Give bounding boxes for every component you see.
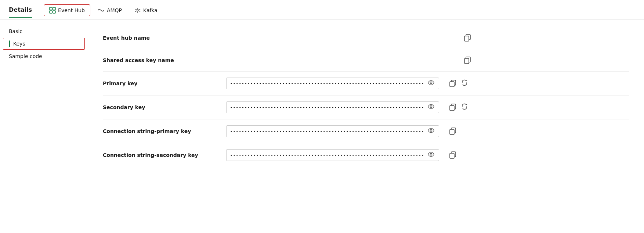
copy-icon-eventhubname	[464, 34, 471, 42]
copy-icon-connprimary	[449, 128, 456, 135]
field-row-secondarykey: Secondary key ••••••••••••••••••••••••••…	[103, 96, 629, 119]
eye-icon-connprimary	[428, 128, 434, 133]
svg-point-18	[430, 106, 432, 108]
field-label-sharedaccesskeyname: Shared access key name	[103, 57, 220, 63]
svg-point-15	[430, 82, 432, 84]
svg-point-21	[430, 130, 432, 132]
masked-input-primarykey: ••••••••••••••••••••••••••••••••••••••••…	[226, 78, 439, 89]
tab-eventhub-label: Event Hub	[58, 7, 85, 13]
masked-dots-secondarykey: ••••••••••••••••••••••••••••••••••••••••…	[230, 105, 424, 110]
svg-rect-20	[450, 105, 454, 111]
copy-button-primarykey[interactable]	[448, 78, 457, 89]
svg-rect-23	[450, 129, 454, 135]
eye-icon-connsecondary	[428, 152, 434, 157]
main-content: Basic Keys Sample code Event hub name	[0, 19, 644, 233]
field-actions-connprimary	[448, 126, 457, 136]
field-label-eventhubname: Event hub name	[103, 35, 220, 41]
field-label-primarykey: Primary key	[103, 80, 220, 86]
eye-button-connprimary[interactable]	[427, 128, 435, 135]
page-title: Details	[9, 6, 32, 18]
field-actions-primarykey	[448, 78, 469, 89]
svg-rect-14	[464, 58, 469, 64]
sidebar: Basic Keys Sample code	[0, 19, 88, 233]
copy-button-eventhubname[interactable]	[463, 33, 472, 43]
field-row-eventhubname: Event hub name	[103, 27, 629, 49]
masked-dots-connprimary: ••••••••••••••••••••••••••••••••••••••••…	[230, 129, 424, 133]
tab-kafka[interactable]: Kafka	[129, 4, 163, 16]
refresh-icon-primarykey	[461, 79, 468, 86]
field-row-primarykey: Primary key ••••••••••••••••••••••••••••…	[103, 72, 629, 96]
field-actions-sharedaccesskeyname	[463, 55, 472, 65]
eye-button-secondarykey[interactable]	[427, 104, 435, 111]
sidebar-item-keys[interactable]: Keys	[3, 38, 85, 50]
sidebar-samplecode-label: Sample code	[9, 53, 42, 59]
masked-input-connsecondary: ••••••••••••••••••••••••••••••••••••••••…	[226, 149, 439, 161]
copy-icon-primarykey	[449, 80, 456, 87]
keys-active-indicator	[9, 40, 10, 47]
field-row-sharedaccesskeyname: Shared access key name	[103, 49, 629, 72]
svg-rect-12	[464, 36, 469, 41]
field-label-secondarykey: Secondary key	[103, 104, 220, 110]
tab-kafka-label: Kafka	[143, 7, 158, 13]
svg-rect-1	[53, 7, 55, 10]
copy-button-connprimary[interactable]	[448, 126, 457, 136]
masked-input-secondarykey: ••••••••••••••••••••••••••••••••••••••••…	[226, 101, 439, 113]
field-actions-secondarykey	[448, 102, 469, 113]
field-label-connprimary: Connection string-primary key	[103, 128, 220, 134]
masked-dots-connsecondary: ••••••••••••••••••••••••••••••••••••••••…	[230, 153, 424, 157]
kafka-icon	[134, 7, 141, 14]
refresh-icon-secondarykey	[461, 103, 468, 110]
field-label-connsecondary: Connection string-secondary key	[103, 152, 220, 158]
svg-line-8	[139, 11, 140, 12]
sidebar-basic-label: Basic	[9, 28, 22, 34]
svg-point-24	[430, 154, 432, 155]
field-row-connsecondary: Connection string-secondary key ••••••••…	[103, 143, 629, 167]
field-row-connprimary: Connection string-primary key ••••••••••…	[103, 119, 629, 143]
refresh-button-primarykey[interactable]	[460, 78, 469, 89]
svg-line-7	[135, 9, 137, 10]
sidebar-item-samplecode[interactable]: Sample code	[0, 50, 88, 62]
sidebar-item-basic[interactable]: Basic	[0, 25, 88, 37]
field-actions-eventhubname	[463, 33, 472, 43]
svg-rect-2	[50, 11, 52, 13]
refresh-button-secondarykey[interactable]	[460, 102, 469, 113]
copy-icon-sharedaccesskeyname	[464, 57, 471, 64]
svg-rect-3	[53, 11, 55, 13]
masked-dots-primarykey: ••••••••••••••••••••••••••••••••••••••••…	[230, 82, 424, 86]
svg-rect-26	[450, 153, 454, 158]
svg-line-9	[135, 11, 137, 12]
tab-amqp[interactable]: AMQP	[92, 5, 127, 16]
top-tabs-bar: Details Event Hub	[0, 0, 644, 19]
copy-button-secondarykey[interactable]	[448, 102, 457, 112]
connection-tabs: Event Hub AMQP	[44, 4, 163, 19]
eye-button-primarykey[interactable]	[427, 80, 435, 87]
amqp-icon	[97, 8, 105, 13]
eventhub-icon	[49, 7, 56, 14]
page-container: Details Event Hub	[0, 0, 644, 233]
masked-input-connprimary: ••••••••••••••••••••••••••••••••••••••••…	[226, 125, 439, 137]
svg-point-4	[137, 10, 138, 11]
eye-icon-secondarykey	[428, 104, 434, 109]
svg-rect-17	[450, 82, 454, 87]
svg-line-10	[139, 9, 140, 10]
eye-icon-primarykey	[428, 80, 434, 85]
tab-amqp-label: AMQP	[107, 7, 122, 13]
detail-panel: Event hub name Shared access key name	[88, 19, 644, 233]
eye-button-connsecondary[interactable]	[427, 152, 435, 158]
copy-button-sharedaccesskeyname[interactable]	[463, 55, 472, 65]
copy-icon-connsecondary	[449, 151, 456, 159]
svg-rect-0	[50, 7, 52, 10]
field-actions-connsecondary	[448, 150, 457, 160]
tab-eventhub[interactable]: Event Hub	[44, 4, 90, 16]
copy-button-connsecondary[interactable]	[448, 150, 457, 160]
copy-icon-secondarykey	[449, 104, 456, 111]
sidebar-keys-label: Keys	[13, 41, 25, 47]
